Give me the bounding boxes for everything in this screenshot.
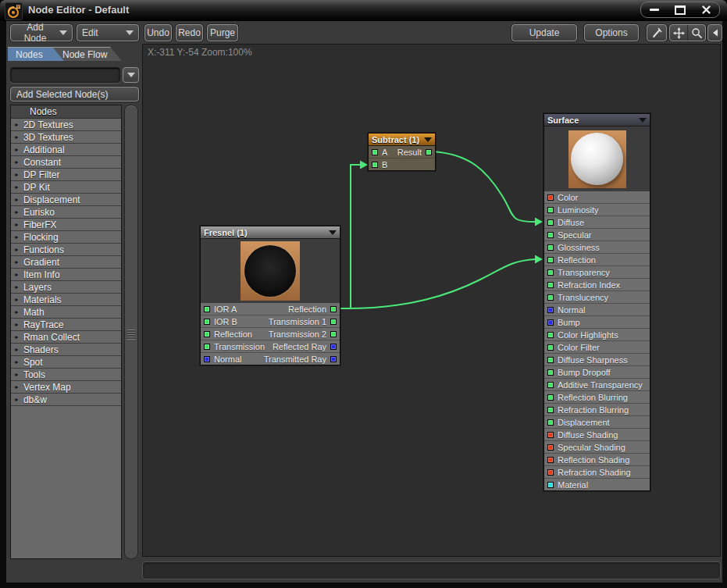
input-connector[interactable] <box>547 369 554 376</box>
expand-arrow-icon[interactable]: ► <box>14 184 20 190</box>
output-connector[interactable] <box>330 331 337 337</box>
sidebar-item-3d-textures[interactable]: ►3D Textures <box>11 131 121 144</box>
chevron-down-icon[interactable] <box>424 137 432 142</box>
node-subtract[interactable]: Subtract (1) AResultB <box>368 133 436 171</box>
surface-preview[interactable] <box>544 127 650 191</box>
purge-button[interactable]: Purge <box>207 24 238 41</box>
input-connector[interactable] <box>204 331 210 337</box>
output-connector[interactable] <box>330 344 337 350</box>
sidebar-item-math[interactable]: ►Math <box>11 306 121 319</box>
search-dropdown-button[interactable] <box>123 67 139 83</box>
expand-arrow-icon[interactable]: ► <box>14 147 20 152</box>
input-connector[interactable] <box>204 356 210 362</box>
sidebar-item-constant[interactable]: ►Constant <box>11 156 121 169</box>
input-connector[interactable] <box>547 432 554 438</box>
input-connector[interactable] <box>547 382 554 388</box>
add-selected-nodes-button[interactable]: Add Selected Node(s) <box>10 87 139 102</box>
sidebar-item-2d-textures[interactable]: ►2D Textures <box>11 119 121 131</box>
node-surface-header[interactable]: Surface <box>544 114 650 127</box>
input-connector[interactable] <box>547 282 554 288</box>
input-connector[interactable] <box>547 269 554 276</box>
node-surface[interactable]: Surface ColorLuminosityDiffuseSpecularGl… <box>543 113 650 491</box>
input-connector[interactable] <box>547 357 554 363</box>
input-connector[interactable] <box>547 294 554 301</box>
input-connector[interactable] <box>547 344 554 351</box>
input-connector[interactable] <box>372 149 378 155</box>
input-connector[interactable] <box>547 244 554 251</box>
sidebar-item-additional[interactable]: ►Additional <box>11 144 121 156</box>
input-connector[interactable] <box>204 319 210 325</box>
expand-arrow-icon[interactable]: ► <box>14 134 20 140</box>
input-connector[interactable] <box>547 194 554 201</box>
chevron-down-icon[interactable] <box>329 230 337 235</box>
expand-arrow-icon[interactable]: ► <box>14 172 20 177</box>
input-connector[interactable] <box>547 319 554 326</box>
expand-arrow-icon[interactable]: ► <box>14 159 20 165</box>
minimize-button[interactable] <box>643 2 666 17</box>
sidebar-item-flocking[interactable]: ►Flocking <box>11 231 121 244</box>
expand-arrow-icon[interactable]: ► <box>14 384 20 390</box>
input-connector[interactable] <box>547 332 554 338</box>
chevron-down-icon[interactable] <box>639 118 647 123</box>
input-connector[interactable] <box>547 307 554 313</box>
input-connector[interactable] <box>547 207 554 213</box>
sidebar-item-gradient[interactable]: ►Gradient <box>11 256 121 269</box>
fresnel-preview[interactable] <box>201 239 340 303</box>
expand-arrow-icon[interactable]: ► <box>14 334 20 340</box>
expand-arrow-icon[interactable]: ► <box>14 284 20 290</box>
sidebar-item-displacement[interactable]: ►Displacement <box>11 194 121 206</box>
input-connector[interactable] <box>372 162 378 168</box>
input-connector[interactable] <box>547 232 554 238</box>
edit-dropdown[interactable]: Edit <box>77 24 139 41</box>
expand-arrow-icon[interactable]: ► <box>14 222 20 227</box>
pan-tool-button[interactable] <box>670 25 687 41</box>
expand-arrow-icon[interactable]: ► <box>14 397 20 402</box>
sidebar-item-raytrace[interactable]: ►RayTrace <box>11 319 121 331</box>
sidebar-item-layers[interactable]: ►Layers <box>11 281 121 294</box>
expand-arrow-icon[interactable]: ► <box>14 234 20 240</box>
expand-arrow-icon[interactable]: ► <box>14 297 20 302</box>
expand-arrow-icon[interactable]: ► <box>14 322 20 327</box>
sidebar-item-spot[interactable]: ►Spot <box>11 356 121 369</box>
node-subtract-header[interactable]: Subtract (1) <box>369 134 435 146</box>
sidebar-item-functions[interactable]: ►Functions <box>11 244 121 256</box>
node-fresnel-header[interactable]: Fresnel (1) <box>201 226 340 239</box>
sidebar-item-materials[interactable]: ►Materials <box>11 294 121 306</box>
zoom-tool-button[interactable] <box>687 25 705 41</box>
category-list-header[interactable]: Nodes <box>11 105 121 119</box>
expand-arrow-icon[interactable]: ► <box>14 122 20 127</box>
input-connector[interactable] <box>547 257 554 263</box>
horizontal-scroll-bar[interactable] <box>142 561 721 579</box>
input-connector[interactable] <box>204 306 210 312</box>
input-connector[interactable] <box>547 394 554 401</box>
redo-button[interactable]: Redo <box>176 24 203 41</box>
output-connector[interactable] <box>426 149 432 155</box>
sidebar-item-shaders[interactable]: ►Shaders <box>11 344 121 356</box>
input-connector[interactable] <box>547 482 554 488</box>
output-connector[interactable] <box>330 356 337 362</box>
category-scrollbar[interactable] <box>124 105 138 559</box>
sidebar-item-dp-filter[interactable]: ►DP Filter <box>11 169 121 181</box>
close-button[interactable] <box>694 2 718 17</box>
expand-arrow-icon[interactable]: ► <box>14 309 20 315</box>
sidebar-item-vertex-map[interactable]: ►Vertex Map <box>11 381 121 394</box>
sidebar-item-rman-collect[interactable]: ►Rman Collect <box>11 331 121 344</box>
expand-arrow-icon[interactable]: ► <box>14 247 20 252</box>
input-connector[interactable] <box>547 219 554 226</box>
input-connector[interactable] <box>547 457 554 463</box>
expand-arrow-icon[interactable]: ► <box>14 359 20 365</box>
node-graph-canvas[interactable]: X:-311 Y:-54 Zoom:100% Subtract (1) ARes… <box>142 44 721 557</box>
sidebar-item-db-w[interactable]: ►db&w <box>11 394 121 406</box>
expand-arrow-icon[interactable]: ► <box>14 347 20 352</box>
add-node-dropdown[interactable]: Add Node <box>10 24 73 41</box>
search-input[interactable] <box>10 67 120 83</box>
collapse-panel-button[interactable] <box>707 24 722 41</box>
maximize-button[interactable] <box>668 2 692 17</box>
update-button[interactable]: Update <box>511 24 577 41</box>
expand-arrow-icon[interactable]: ► <box>14 272 20 277</box>
wire-fresnel-to-surface-reflection[interactable] <box>335 259 535 308</box>
edit-wire-button[interactable] <box>647 24 667 41</box>
sidebar-item-item-info[interactable]: ►Item Info <box>11 269 121 281</box>
input-connector[interactable] <box>547 444 554 451</box>
output-connector[interactable] <box>330 306 337 312</box>
